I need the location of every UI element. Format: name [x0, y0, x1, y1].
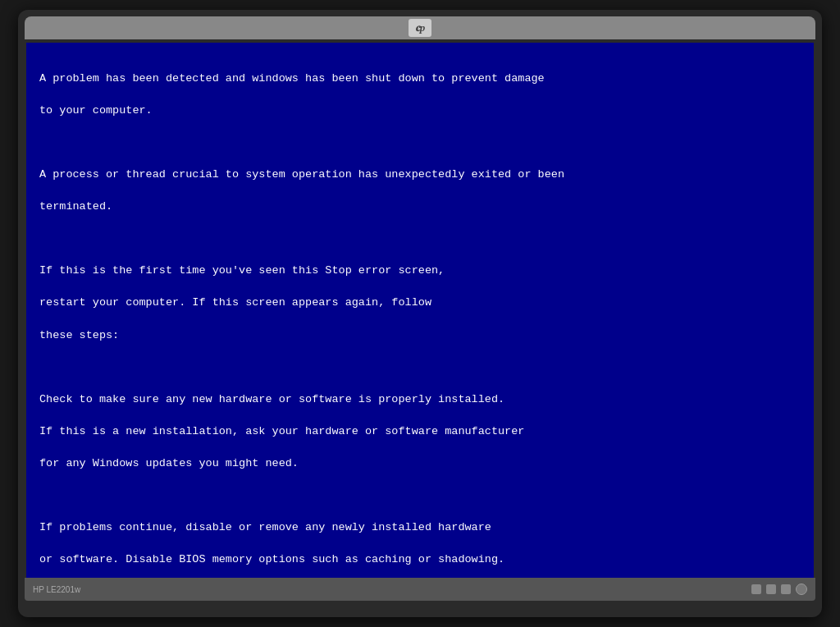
bsod-content: A problem has been detected and windows …	[39, 54, 801, 578]
bsod-line11: Check to make sure any new hardware or s…	[39, 393, 504, 405]
monitor-button-3[interactable]	[781, 584, 791, 594]
monitor-power-button[interactable]	[796, 584, 807, 595]
monitor-button-1[interactable]	[751, 584, 761, 594]
bsod-line16: or software. Disable BIOS memory options…	[39, 553, 504, 565]
bsod-line4: A process or thread crucial to system op…	[39, 168, 564, 181]
bsod-line13: for any Windows updates you might need.	[39, 457, 299, 469]
monitor-controls	[751, 584, 807, 595]
bsod-line1: A problem has been detected and windows …	[39, 72, 545, 85]
monitor-button-2[interactable]	[766, 584, 776, 594]
bsod-line2: to your computer.	[39, 104, 153, 117]
bsod-screen: A problem has been detected and windows …	[26, 43, 814, 578]
bsod-line12: If this is a new installation, ask your …	[39, 425, 524, 437]
bsod-line15: If problems continue, disable or remove …	[39, 521, 491, 533]
monitor: 𝐜p A problem has been detected and windo…	[18, 10, 822, 617]
bsod-line5: terminated.	[39, 200, 112, 213]
monitor-top-bar: 𝐜p	[25, 16, 815, 39]
monitor-brand-label: HP LE2201w	[33, 585, 80, 594]
bsod-line7: If this is the first time you've seen th…	[39, 264, 445, 277]
monitor-bottom-bar: HP LE2201w	[25, 578, 815, 601]
hp-logo: 𝐜p	[409, 19, 431, 37]
bsod-line9: these steps:	[39, 329, 119, 341]
bsod-line8: restart your computer. If this screen ap…	[39, 296, 431, 309]
